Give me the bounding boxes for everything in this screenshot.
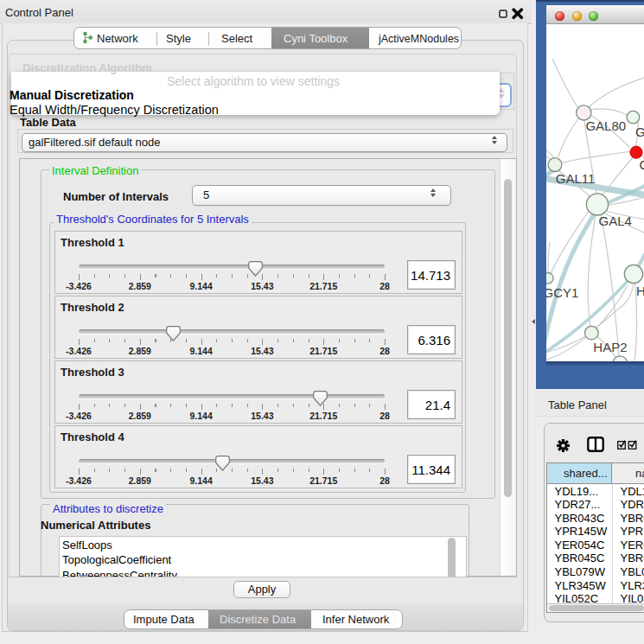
svg-text:GCY1: GCY1 (546, 285, 578, 300)
svg-text:GAL11: GAL11 (556, 171, 596, 186)
svg-text:GA: GA (635, 124, 644, 139)
svg-text:HAP2: HAP2 (593, 340, 627, 354)
svg-text:H: H (636, 284, 644, 298)
svg-text:GAL4: GAL4 (599, 214, 632, 228)
svg-text:C: C (639, 157, 644, 172)
svg-text:GAL80: GAL80 (585, 118, 626, 133)
